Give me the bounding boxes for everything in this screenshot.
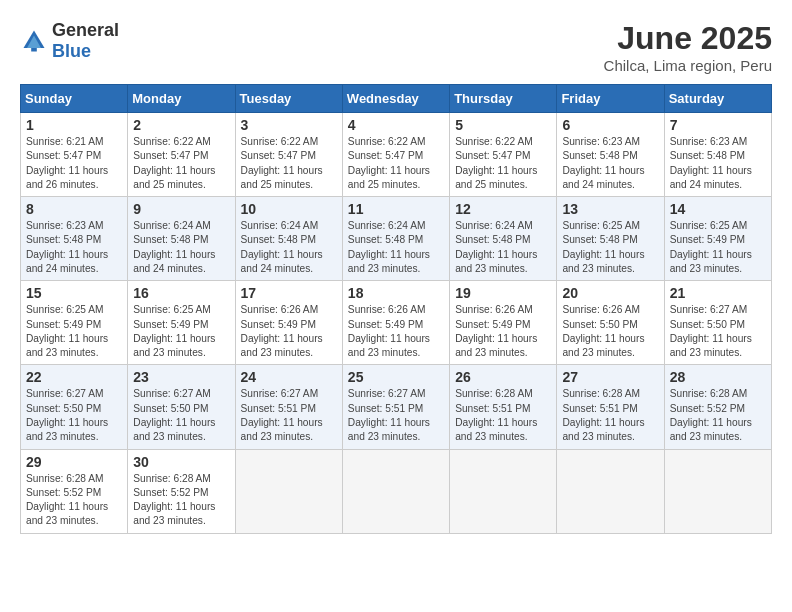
calendar-day-cell: 18Sunrise: 6:26 AMSunset: 5:49 PMDayligh… [342, 281, 449, 365]
calendar-day-cell [342, 449, 449, 533]
calendar-day-cell [235, 449, 342, 533]
page-header: General Blue June 2025 Chilca, Lima regi… [20, 20, 772, 74]
calendar-day-cell: 20Sunrise: 6:26 AMSunset: 5:50 PMDayligh… [557, 281, 664, 365]
header-wednesday: Wednesday [342, 85, 449, 113]
day-number: 3 [241, 117, 337, 133]
logo-icon [20, 27, 48, 55]
calendar-day-cell: 10Sunrise: 6:24 AMSunset: 5:48 PMDayligh… [235, 197, 342, 281]
calendar-day-cell: 5Sunrise: 6:22 AMSunset: 5:47 PMDaylight… [450, 113, 557, 197]
calendar-week-row: 22Sunrise: 6:27 AMSunset: 5:50 PMDayligh… [21, 365, 772, 449]
day-number: 26 [455, 369, 551, 385]
day-info: Sunrise: 6:23 AMSunset: 5:48 PMDaylight:… [26, 219, 122, 276]
day-info: Sunrise: 6:21 AMSunset: 5:47 PMDaylight:… [26, 135, 122, 192]
day-number: 19 [455, 285, 551, 301]
day-number: 16 [133, 285, 229, 301]
day-info: Sunrise: 6:28 AMSunset: 5:52 PMDaylight:… [26, 472, 122, 529]
calendar-day-cell: 30Sunrise: 6:28 AMSunset: 5:52 PMDayligh… [128, 449, 235, 533]
calendar-day-cell: 12Sunrise: 6:24 AMSunset: 5:48 PMDayligh… [450, 197, 557, 281]
calendar-week-row: 15Sunrise: 6:25 AMSunset: 5:49 PMDayligh… [21, 281, 772, 365]
day-info: Sunrise: 6:25 AMSunset: 5:48 PMDaylight:… [562, 219, 658, 276]
calendar-day-cell [557, 449, 664, 533]
day-number: 5 [455, 117, 551, 133]
day-info: Sunrise: 6:27 AMSunset: 5:50 PMDaylight:… [670, 303, 766, 360]
day-number: 9 [133, 201, 229, 217]
calendar-day-cell: 16Sunrise: 6:25 AMSunset: 5:49 PMDayligh… [128, 281, 235, 365]
day-info: Sunrise: 6:24 AMSunset: 5:48 PMDaylight:… [455, 219, 551, 276]
calendar-day-cell: 1Sunrise: 6:21 AMSunset: 5:47 PMDaylight… [21, 113, 128, 197]
calendar-week-row: 1Sunrise: 6:21 AMSunset: 5:47 PMDaylight… [21, 113, 772, 197]
day-number: 8 [26, 201, 122, 217]
day-info: Sunrise: 6:22 AMSunset: 5:47 PMDaylight:… [455, 135, 551, 192]
day-number: 17 [241, 285, 337, 301]
calendar-day-cell: 15Sunrise: 6:25 AMSunset: 5:49 PMDayligh… [21, 281, 128, 365]
day-info: Sunrise: 6:22 AMSunset: 5:47 PMDaylight:… [348, 135, 444, 192]
day-info: Sunrise: 6:27 AMSunset: 5:50 PMDaylight:… [26, 387, 122, 444]
day-number: 27 [562, 369, 658, 385]
calendar-day-cell: 22Sunrise: 6:27 AMSunset: 5:50 PMDayligh… [21, 365, 128, 449]
day-number: 15 [26, 285, 122, 301]
calendar-day-cell: 3Sunrise: 6:22 AMSunset: 5:47 PMDaylight… [235, 113, 342, 197]
day-number: 6 [562, 117, 658, 133]
day-number: 4 [348, 117, 444, 133]
day-info: Sunrise: 6:23 AMSunset: 5:48 PMDaylight:… [562, 135, 658, 192]
header-tuesday: Tuesday [235, 85, 342, 113]
calendar-day-cell: 11Sunrise: 6:24 AMSunset: 5:48 PMDayligh… [342, 197, 449, 281]
calendar-day-cell: 6Sunrise: 6:23 AMSunset: 5:48 PMDaylight… [557, 113, 664, 197]
logo-blue: Blue [52, 41, 91, 61]
day-info: Sunrise: 6:27 AMSunset: 5:50 PMDaylight:… [133, 387, 229, 444]
day-number: 20 [562, 285, 658, 301]
day-number: 14 [670, 201, 766, 217]
day-number: 13 [562, 201, 658, 217]
header-saturday: Saturday [664, 85, 771, 113]
day-info: Sunrise: 6:27 AMSunset: 5:51 PMDaylight:… [241, 387, 337, 444]
day-number: 29 [26, 454, 122, 470]
calendar-week-row: 29Sunrise: 6:28 AMSunset: 5:52 PMDayligh… [21, 449, 772, 533]
day-number: 12 [455, 201, 551, 217]
calendar-header-row: SundayMondayTuesdayWednesdayThursdayFrid… [21, 85, 772, 113]
calendar-table: SundayMondayTuesdayWednesdayThursdayFrid… [20, 84, 772, 534]
day-info: Sunrise: 6:22 AMSunset: 5:47 PMDaylight:… [241, 135, 337, 192]
day-number: 1 [26, 117, 122, 133]
day-info: Sunrise: 6:24 AMSunset: 5:48 PMDaylight:… [241, 219, 337, 276]
calendar-day-cell: 24Sunrise: 6:27 AMSunset: 5:51 PMDayligh… [235, 365, 342, 449]
day-info: Sunrise: 6:24 AMSunset: 5:48 PMDaylight:… [348, 219, 444, 276]
location-subtitle: Chilca, Lima region, Peru [604, 57, 772, 74]
day-info: Sunrise: 6:25 AMSunset: 5:49 PMDaylight:… [26, 303, 122, 360]
calendar-day-cell: 7Sunrise: 6:23 AMSunset: 5:48 PMDaylight… [664, 113, 771, 197]
logo-general: General [52, 20, 119, 40]
calendar-day-cell: 19Sunrise: 6:26 AMSunset: 5:49 PMDayligh… [450, 281, 557, 365]
svg-rect-2 [31, 48, 37, 52]
header-friday: Friday [557, 85, 664, 113]
day-info: Sunrise: 6:24 AMSunset: 5:48 PMDaylight:… [133, 219, 229, 276]
calendar-week-row: 8Sunrise: 6:23 AMSunset: 5:48 PMDaylight… [21, 197, 772, 281]
day-info: Sunrise: 6:22 AMSunset: 5:47 PMDaylight:… [133, 135, 229, 192]
day-number: 18 [348, 285, 444, 301]
header-monday: Monday [128, 85, 235, 113]
calendar-day-cell: 13Sunrise: 6:25 AMSunset: 5:48 PMDayligh… [557, 197, 664, 281]
day-info: Sunrise: 6:26 AMSunset: 5:49 PMDaylight:… [241, 303, 337, 360]
calendar-day-cell: 9Sunrise: 6:24 AMSunset: 5:48 PMDaylight… [128, 197, 235, 281]
day-info: Sunrise: 6:25 AMSunset: 5:49 PMDaylight:… [133, 303, 229, 360]
day-info: Sunrise: 6:26 AMSunset: 5:49 PMDaylight:… [348, 303, 444, 360]
day-info: Sunrise: 6:28 AMSunset: 5:51 PMDaylight:… [455, 387, 551, 444]
day-number: 10 [241, 201, 337, 217]
day-number: 21 [670, 285, 766, 301]
calendar-day-cell: 14Sunrise: 6:25 AMSunset: 5:49 PMDayligh… [664, 197, 771, 281]
calendar-day-cell: 25Sunrise: 6:27 AMSunset: 5:51 PMDayligh… [342, 365, 449, 449]
calendar-day-cell: 23Sunrise: 6:27 AMSunset: 5:50 PMDayligh… [128, 365, 235, 449]
logo-text: General Blue [52, 20, 119, 62]
header-thursday: Thursday [450, 85, 557, 113]
day-info: Sunrise: 6:28 AMSunset: 5:52 PMDaylight:… [670, 387, 766, 444]
day-number: 2 [133, 117, 229, 133]
calendar-day-cell [664, 449, 771, 533]
month-title: June 2025 [604, 20, 772, 57]
calendar-day-cell: 17Sunrise: 6:26 AMSunset: 5:49 PMDayligh… [235, 281, 342, 365]
calendar-day-cell: 27Sunrise: 6:28 AMSunset: 5:51 PMDayligh… [557, 365, 664, 449]
day-number: 25 [348, 369, 444, 385]
day-info: Sunrise: 6:27 AMSunset: 5:51 PMDaylight:… [348, 387, 444, 444]
day-number: 22 [26, 369, 122, 385]
logo: General Blue [20, 20, 119, 62]
day-info: Sunrise: 6:28 AMSunset: 5:51 PMDaylight:… [562, 387, 658, 444]
calendar-day-cell: 26Sunrise: 6:28 AMSunset: 5:51 PMDayligh… [450, 365, 557, 449]
day-info: Sunrise: 6:28 AMSunset: 5:52 PMDaylight:… [133, 472, 229, 529]
